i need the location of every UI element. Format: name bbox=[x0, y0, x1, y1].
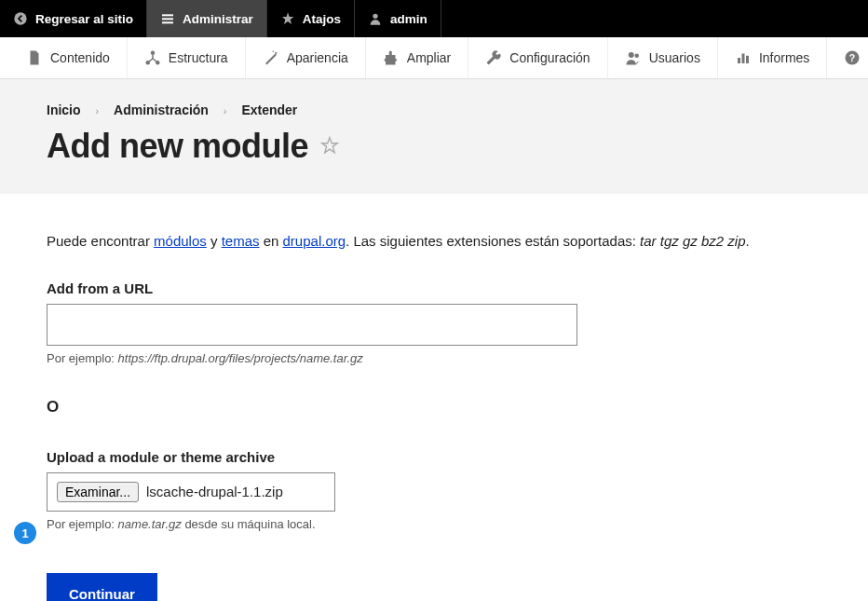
svg-point-11 bbox=[634, 54, 639, 59]
modules-link[interactable]: módulos bbox=[154, 233, 207, 249]
breadcrumb: Inicio › Administración › Extender bbox=[47, 102, 821, 117]
file-icon bbox=[26, 49, 43, 66]
extensions-list: tar tgz gz bz2 zip bbox=[640, 233, 745, 249]
tab-reports[interactable]: Informes bbox=[718, 37, 827, 78]
back-to-site-label: Regresar al sitio bbox=[35, 12, 133, 26]
svg-point-10 bbox=[628, 52, 633, 58]
url-help-text: Por ejemplo: https://ftp.drupal.org/file… bbox=[47, 351, 821, 365]
tab-appearance[interactable]: Apariencia bbox=[246, 37, 366, 78]
favorite-star-icon[interactable] bbox=[319, 135, 340, 158]
manage-label: Administrar bbox=[183, 12, 253, 26]
url-field-label: Add from a URL bbox=[47, 280, 821, 296]
svg-rect-3 bbox=[162, 21, 173, 23]
page-title: Add new module bbox=[47, 127, 308, 166]
breadcrumb-extend[interactable]: Extender bbox=[241, 102, 297, 117]
breadcrumb-admin[interactable]: Administración bbox=[114, 102, 209, 117]
shortcuts-label: Atajos bbox=[303, 12, 341, 26]
file-upload[interactable]: Examinar... lscache-drupal-1.1.zip bbox=[47, 472, 335, 512]
puzzle-icon bbox=[383, 49, 400, 66]
tab-config[interactable]: Configuración bbox=[468, 37, 607, 78]
star-icon bbox=[280, 11, 295, 26]
chart-icon bbox=[735, 49, 752, 66]
shortcuts-link[interactable]: Atajos bbox=[267, 0, 355, 37]
tab-appearance-label: Apariencia bbox=[287, 50, 348, 65]
wand-icon bbox=[263, 49, 279, 66]
selected-filename: lscache-drupal-1.1.zip bbox=[146, 484, 283, 499]
or-separator: O bbox=[47, 398, 821, 417]
hierarchy-icon bbox=[144, 49, 161, 66]
tab-users[interactable]: Usuarios bbox=[608, 37, 718, 78]
user-menu[interactable]: admin bbox=[355, 0, 441, 37]
upload-field-label: Upload a module or theme archive bbox=[47, 449, 821, 465]
continue-button[interactable]: Continuar bbox=[47, 573, 157, 602]
browse-button[interactable]: Examinar... bbox=[57, 482, 139, 502]
manage-toggle[interactable]: Administrar bbox=[147, 0, 267, 37]
tab-users-label: Usuarios bbox=[649, 50, 700, 65]
tab-content[interactable]: Contenido bbox=[9, 37, 128, 78]
back-to-site-link[interactable]: Regresar al sitio bbox=[0, 0, 147, 37]
tab-config-label: Configuración bbox=[509, 50, 590, 65]
themes-link[interactable]: temas bbox=[222, 233, 260, 249]
svg-rect-14 bbox=[746, 56, 749, 63]
tab-extend[interactable]: Ampliar bbox=[366, 37, 468, 78]
svg-rect-1 bbox=[162, 14, 173, 16]
svg-text:?: ? bbox=[849, 52, 855, 63]
svg-point-5 bbox=[151, 51, 156, 56]
breadcrumb-home[interactable]: Inicio bbox=[47, 102, 81, 117]
intro-text: Puede encontrar módulos y temas en drupa… bbox=[47, 231, 821, 253]
user-label: admin bbox=[390, 12, 427, 26]
help-icon: ? bbox=[844, 49, 861, 66]
tab-extend-label: Ampliar bbox=[407, 50, 451, 65]
hamburger-icon bbox=[160, 11, 175, 26]
tab-content-label: Contenido bbox=[50, 50, 110, 65]
main-content: Puede encontrar módulos y temas en drupa… bbox=[0, 194, 868, 601]
top-toolbar: Regresar al sitio Administrar Atajos adm… bbox=[0, 0, 868, 37]
page-header: Inicio › Administración › Extender Add n… bbox=[0, 79, 868, 194]
svg-rect-2 bbox=[162, 18, 173, 20]
tab-help[interactable]: ? Ayuda bbox=[827, 37, 868, 78]
admin-menu: Contenido Estructura Apariencia Ampliar … bbox=[0, 37, 868, 79]
svg-point-0 bbox=[14, 12, 26, 24]
tab-structure-label: Estructura bbox=[169, 50, 228, 65]
chevron-right-icon: › bbox=[95, 105, 99, 116]
wrench-icon bbox=[485, 49, 502, 66]
annotation-marker-1: 1 bbox=[14, 522, 36, 544]
svg-point-9 bbox=[272, 51, 274, 53]
svg-rect-12 bbox=[738, 58, 740, 63]
drupal-link[interactable]: drupal.org bbox=[283, 233, 346, 249]
url-input[interactable] bbox=[47, 304, 577, 346]
user-icon bbox=[368, 11, 383, 26]
users-icon bbox=[625, 49, 642, 66]
tab-structure[interactable]: Estructura bbox=[128, 37, 246, 78]
upload-help-text: Por ejemplo: name.tar.gz desde su máquin… bbox=[47, 517, 821, 531]
svg-point-4 bbox=[373, 14, 377, 19]
svg-point-8 bbox=[275, 52, 277, 54]
tab-reports-label: Informes bbox=[759, 50, 809, 65]
back-arrow-icon bbox=[13, 11, 28, 26]
svg-rect-13 bbox=[741, 54, 744, 64]
chevron-right-icon: › bbox=[224, 105, 227, 116]
